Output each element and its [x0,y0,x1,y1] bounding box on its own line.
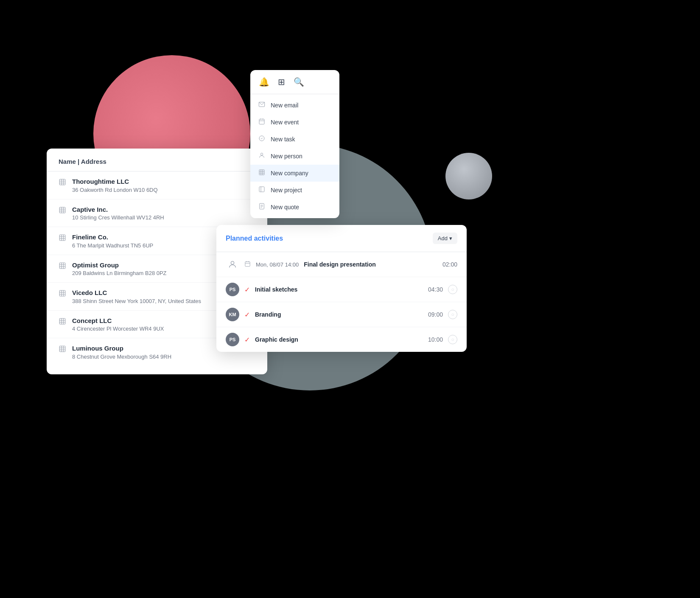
dropdown-item-new-quote[interactable]: New quote [250,199,339,216]
add-button-label: Add [438,235,448,241]
svg-rect-36 [259,119,264,124]
dropdown-item-new-person[interactable]: New person [250,148,339,165]
company-name: Fineline Co. [72,233,153,241]
avatar: PS [226,283,239,296]
activity-date: Mon, 08/07 14:00 [256,261,299,268]
check-icon: ✓ [244,311,250,319]
company-address: 10 Stirling Cres Willenhall WV12 4RH [72,214,164,221]
svg-rect-42 [259,170,264,175]
company-info: Thoroughtime LLC 36 Oakworth Rd London W… [72,177,158,193]
new-person-label: New person [271,153,302,160]
company-address: 6 The Marlpit Wadhurst TN5 6UP [72,242,153,249]
search-icon[interactable]: 🔍 [294,77,304,87]
calendar-icon [244,261,251,268]
dropdown-item-new-task[interactable]: New task [250,131,339,148]
svg-rect-20 [59,290,65,296]
new-email-icon [258,101,266,109]
new-person-icon [258,152,266,160]
decorative-circle-gray [445,153,492,199]
new-task-icon [258,135,266,143]
avatar: KM [226,308,239,321]
company-item[interactable]: Captive Inc. 10 Stirling Cres Willenhall… [47,199,267,227]
svg-rect-0 [59,179,65,185]
new-project-icon [258,186,266,194]
company-name: Optimist Group [72,261,167,270]
svg-rect-52 [245,262,250,267]
company-address: 4 Cirencester Pl Worcester WR4 9UX [72,326,164,332]
new-quote-label: New quote [271,204,299,211]
activity-rows-container: Mon, 08/07 14:00 Final design presentati… [216,252,467,352]
company-info: Concept LLC 4 Cirencester Pl Worcester W… [72,317,164,332]
svg-rect-15 [59,263,65,269]
new-company-label: New company [271,170,308,177]
activities-title: Planned activities [226,235,283,242]
company-address: 209 Baldwins Ln Birmingham B28 0PZ [72,270,167,276]
company-address: 388 Shinn Street New York 10007, NY, Uni… [72,298,201,304]
svg-rect-10 [59,235,65,241]
company-info: Optimist Group 209 Baldwins Ln Birmingha… [72,261,167,277]
activity-name: Initial sketches [255,286,423,293]
activity-time: 09:00 [428,311,443,318]
company-info: Fineline Co. 6 The Marlpit Wadhurst TN5 … [72,233,153,249]
activity-row: KM ✓ Branding 09:00 ○ [216,302,467,327]
complete-circle[interactable]: ○ [448,285,457,294]
dropdown-item-new-event[interactable]: New event [250,114,339,131]
add-button[interactable]: Add ▾ [433,233,457,244]
dropdown-panel: 🔔 ⊞ 🔍 New email New event New task New p… [250,70,339,218]
avatar-icon [226,258,239,271]
dropdown-item-new-project[interactable]: New project [250,182,339,199]
new-task-label: New task [271,136,295,143]
company-info: Vicedo LLC 388 Shinn Street New York 100… [72,289,201,304]
svg-rect-5 [59,207,65,213]
complete-circle[interactable]: ○ [448,335,457,344]
company-name: Thoroughtime LLC [72,177,158,186]
building-icon [59,289,66,299]
building-icon [59,345,66,355]
company-name: Luminous Group [72,344,171,353]
activity-time: 10:00 [428,336,443,343]
activity-time: 04:30 [428,286,443,293]
activity-time: 02:00 [442,261,457,268]
building-icon [59,234,66,244]
avatar: PS [226,333,239,346]
building-icon [59,262,66,272]
activity-row: PS ✓ Initial sketches 04:30 ○ [216,277,467,302]
company-name: Vicedo LLC [72,289,201,297]
check-icon: ✓ [244,286,250,294]
new-email-label: New email [271,102,298,109]
svg-rect-30 [59,346,65,352]
new-event-label: New event [271,119,299,126]
activity-row: PS ✓ Graphic design 10:00 ○ [216,327,467,352]
new-event-icon [258,118,266,126]
company-address: 8 Chestnut Grove Mexborough S64 9RH [72,354,171,360]
company-info: Luminous Group 8 Chestnut Grove Mexborou… [72,344,171,360]
svg-rect-25 [59,318,65,324]
dropdown-toolbar: 🔔 ⊞ 🔍 [250,70,339,94]
company-info: Captive Inc. 10 Stirling Cres Willenhall… [72,205,164,221]
plus-icon[interactable]: ⊞ [278,77,285,87]
building-icon [59,317,66,327]
company-name: Captive Inc. [72,205,164,214]
company-name: Concept LLC [72,317,164,325]
complete-circle[interactable]: ○ [448,310,457,319]
dropdown-item-new-email[interactable]: New email [250,97,339,114]
building-icon [59,178,66,188]
new-company-icon [258,169,266,177]
activity-name: Branding [255,311,423,318]
building-icon [59,206,66,216]
chevron-down-icon: ▾ [449,235,452,241]
new-quote-icon [258,203,266,211]
svg-point-51 [231,261,234,264]
activity-name: Final design presentation [304,261,437,268]
activity-name: Graphic design [255,336,423,343]
bell-icon[interactable]: 🔔 [259,77,269,87]
dropdown-item-new-company[interactable]: New company [250,165,339,182]
company-item[interactable]: Thoroughtime LLC 36 Oakworth Rd London W… [47,171,267,199]
activity-row: Mon, 08/07 14:00 Final design presentati… [216,252,467,277]
activities-header: Planned activities Add ▾ [216,225,467,252]
activities-panel: Planned activities Add ▾ Mon, 08/07 14:0… [216,225,467,352]
svg-point-41 [260,153,263,155]
check-icon: ✓ [244,336,250,344]
new-project-label: New project [271,187,302,194]
company-address: 36 Oakworth Rd London W10 6DQ [72,187,158,193]
